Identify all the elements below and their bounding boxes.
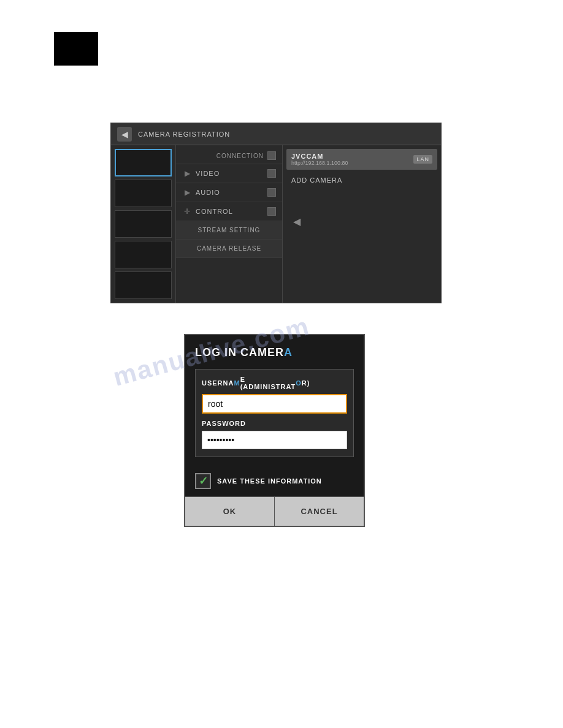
camera-right-panel: JVCCAM http://192.168.1.100:80 LAN ADD C… xyxy=(283,145,441,303)
camera-thumb-5[interactable] xyxy=(115,271,172,299)
audio-checkbox[interactable] xyxy=(267,188,276,197)
camera-thumb-2[interactable] xyxy=(115,180,172,207)
username-label: USERNAME (ADMINISTRATOR) xyxy=(202,376,347,390)
login-button-row: OK CANCEL xyxy=(185,496,364,526)
password-input[interactable] xyxy=(202,431,347,449)
login-field-block: USERNAME (ADMINISTRATOR) PASSWORD xyxy=(195,369,354,457)
video-icon: ▶ xyxy=(182,169,192,178)
black-square xyxy=(54,32,98,66)
connection-row[interactable]: CONNECTION xyxy=(176,148,282,164)
audio-row[interactable]: ▶ AUDIO xyxy=(176,183,282,202)
save-checkbox[interactable]: ✓ xyxy=(195,473,211,489)
cancel-button[interactable]: CANCEL xyxy=(275,497,364,526)
control-row[interactable]: ✛ CONTROL xyxy=(176,202,282,221)
camera-registration-panel: ◀ CAMERA REGISTRATION CONNECTION ▶ VIDEO xyxy=(110,123,442,303)
stream-setting-button[interactable]: STREAM SETTING xyxy=(176,221,282,240)
username-input[interactable] xyxy=(202,394,347,414)
password-label: PASSWORD xyxy=(202,420,347,427)
login-title: LOG IN CAMERA xyxy=(195,346,354,359)
control-icon: ✛ xyxy=(182,207,192,216)
ok-button[interactable]: OK xyxy=(185,497,275,526)
add-camera-label: ADD CAMERA xyxy=(291,176,342,184)
connection-label: CONNECTION xyxy=(216,153,264,159)
back-button[interactable]: ◀ xyxy=(117,127,132,142)
stream-setting-label: STREAM SETTING xyxy=(198,227,261,233)
camera-release-button[interactable]: CAMERA RELEASE xyxy=(176,240,282,258)
panel-header: ◀ CAMERA REGISTRATION xyxy=(111,123,441,145)
control-checkbox[interactable] xyxy=(267,207,276,216)
panel-title: CAMERA REGISTRATION xyxy=(138,131,230,138)
video-checkbox[interactable] xyxy=(267,169,276,178)
save-label: SAVE THESE INFORMATION xyxy=(217,477,322,485)
audio-icon: ▶ xyxy=(182,188,192,197)
camera-thumb-3[interactable] xyxy=(115,210,172,238)
camera-thumb-list xyxy=(111,145,175,303)
login-title-highlight: A xyxy=(284,346,293,358)
jvccam-ip: http://192.168.1.100:80 xyxy=(291,160,348,166)
camera-thumb-4[interactable] xyxy=(115,241,172,268)
add-camera-button[interactable]: ADD CAMERA xyxy=(286,172,437,188)
camera-release-label: CAMERA RELEASE xyxy=(197,245,261,252)
camera-menu: CONNECTION ▶ VIDEO ▶ AUDIO ✛ CONTROL xyxy=(175,145,283,303)
audio-label: AUDIO xyxy=(196,189,264,196)
video-row[interactable]: ▶ VIDEO xyxy=(176,164,282,183)
control-label: CONTROL xyxy=(196,208,264,215)
save-row: ✓ SAVE THESE INFORMATION xyxy=(195,464,354,496)
login-camera-dialog: LOG IN CAMERA USERNAME (ADMINISTRATOR) P… xyxy=(184,334,365,527)
jvccam-button[interactable]: JVCCAM http://192.168.1.100:80 LAN xyxy=(286,149,437,170)
connection-checkbox[interactable] xyxy=(267,151,276,160)
jvccam-name: JVCCAM xyxy=(291,153,348,160)
camera-thumb-1[interactable] xyxy=(115,149,172,176)
jvccam-info: JVCCAM http://192.168.1.100:80 xyxy=(291,153,348,166)
arrow-icon: ◀ xyxy=(293,216,301,227)
video-label: VIDEO xyxy=(196,170,264,177)
panel-body: CONNECTION ▶ VIDEO ▶ AUDIO ✛ CONTROL xyxy=(111,145,441,303)
lan-badge: LAN xyxy=(413,155,432,164)
checkmark-icon: ✓ xyxy=(199,474,208,488)
